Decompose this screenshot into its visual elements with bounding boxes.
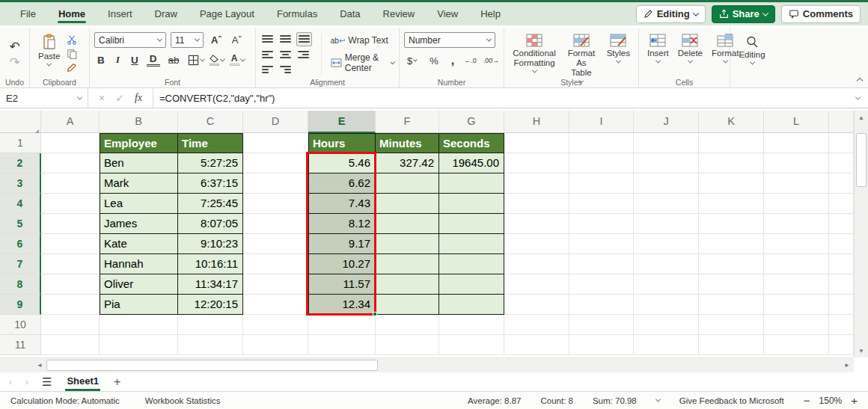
decrease-indent-button[interactable]: [260, 64, 275, 76]
number-format-select[interactable]: Number: [404, 32, 495, 48]
cell-I7[interactable]: [569, 254, 634, 274]
zoom-in-button[interactable]: +: [851, 394, 858, 407]
cell-B1[interactable]: Employee: [100, 133, 178, 153]
cell-C8[interactable]: 11:34:17: [178, 274, 243, 295]
cell-D3[interactable]: [243, 173, 308, 194]
cell-D9[interactable]: [243, 295, 308, 315]
cell-E11[interactable]: [308, 335, 376, 355]
share-button[interactable]: Share: [712, 5, 775, 23]
cell-I10[interactable]: [569, 315, 634, 335]
cell-styles-button[interactable]: Styles: [603, 32, 634, 65]
cell-B5[interactable]: James: [100, 214, 178, 234]
zoom-level[interactable]: 150%: [819, 396, 843, 406]
column-header-E[interactable]: E: [308, 111, 376, 133]
cancel-entry-icon[interactable]: ×: [99, 92, 105, 104]
cell-E1[interactable]: Hours: [308, 133, 376, 153]
undo-button[interactable]: ↶: [9, 40, 19, 53]
strikethrough-button[interactable]: ab: [165, 55, 183, 66]
cell-L7[interactable]: [764, 254, 829, 274]
decrease-decimal-button[interactable]: .00→: [483, 58, 500, 64]
tab-file[interactable]: File: [9, 2, 47, 25]
horizontal-scrollbar[interactable]: ◄ ►: [0, 357, 854, 372]
cell-G7[interactable]: [439, 254, 504, 274]
editing-mode-button[interactable]: Editing: [636, 5, 706, 23]
align-left-button[interactable]: [260, 49, 275, 61]
cell-J7[interactable]: [634, 254, 699, 274]
cell-H6[interactable]: [504, 234, 569, 254]
cell-E8[interactable]: 11.57: [308, 274, 376, 295]
name-box[interactable]: E2: [0, 88, 88, 108]
cell-E6[interactable]: 9.17: [308, 234, 376, 254]
insert-cells-button[interactable]: Insert: [644, 32, 673, 65]
cell-A10[interactable]: [41, 315, 100, 335]
column-header-H[interactable]: H: [504, 111, 569, 133]
bold-button[interactable]: B: [94, 55, 108, 66]
italic-button[interactable]: I: [113, 54, 123, 66]
tab-insert[interactable]: Insert: [97, 2, 144, 25]
select-all-corner[interactable]: ◢: [0, 111, 41, 133]
cell-L3[interactable]: [764, 173, 829, 194]
cell-L2[interactable]: [764, 153, 829, 173]
row-header-2[interactable]: 2: [0, 153, 41, 173]
cell-G3[interactable]: [439, 173, 504, 194]
align-middle-button[interactable]: [278, 33, 293, 46]
cell-I1[interactable]: [569, 133, 634, 153]
cell-E2[interactable]: 5.46: [308, 153, 376, 173]
cell-K5[interactable]: [699, 214, 764, 234]
align-center-button[interactable]: [278, 49, 293, 61]
copy-button[interactable]: [67, 49, 77, 59]
cell-G6[interactable]: [439, 234, 504, 254]
cell-I3[interactable]: [569, 173, 634, 194]
cell-A1[interactable]: [41, 133, 100, 153]
cell-L11[interactable]: [764, 335, 829, 355]
cell-L9[interactable]: [764, 295, 829, 315]
column-header-L[interactable]: L: [764, 111, 829, 133]
cell-H10[interactable]: [504, 315, 569, 335]
cell-B8[interactable]: Oliver: [100, 274, 178, 295]
column-header-D[interactable]: D: [243, 111, 308, 133]
expand-formula-bar-icon[interactable]: [855, 94, 860, 99]
cell-A11[interactable]: [41, 335, 100, 355]
cell-A3[interactable]: [41, 173, 100, 194]
cell-J1[interactable]: [634, 133, 699, 153]
row-header-9[interactable]: 9: [0, 295, 41, 315]
row-header-5[interactable]: 5: [0, 214, 41, 234]
vertical-scrollbar[interactable]: ▲ ▼: [854, 111, 868, 357]
align-top-button[interactable]: [260, 33, 275, 46]
cell-E4[interactable]: 7.43: [308, 194, 376, 214]
cell-B6[interactable]: Kate: [100, 234, 178, 254]
row-header-6[interactable]: 6: [0, 234, 41, 254]
confirm-entry-icon[interactable]: ✓: [115, 92, 124, 104]
cell-K10[interactable]: [699, 315, 764, 335]
currency-format-button[interactable]: $: [404, 55, 420, 67]
row-header-1[interactable]: 1: [0, 133, 41, 153]
scroll-down-icon[interactable]: ▼: [855, 344, 868, 357]
calculation-mode[interactable]: Calculation Mode: Automatic: [10, 396, 120, 405]
cell-K2[interactable]: [699, 153, 764, 173]
tab-formulas[interactable]: Formulas: [266, 2, 328, 25]
cut-button[interactable]: [67, 34, 77, 45]
cell-K1[interactable]: [699, 133, 764, 153]
row-header-8[interactable]: 8: [0, 274, 41, 295]
cell-D11[interactable]: [243, 335, 308, 355]
cell-A2[interactable]: [41, 153, 100, 173]
redo-button[interactable]: ↷: [9, 56, 19, 69]
scroll-left-icon[interactable]: ◄: [34, 360, 45, 371]
borders-button[interactable]: [188, 55, 204, 66]
increase-indent-button[interactable]: [278, 64, 293, 76]
cell-F10[interactable]: [376, 315, 439, 335]
cell-I4[interactable]: [569, 194, 634, 214]
cell-L4[interactable]: [764, 194, 829, 214]
scroll-right-icon[interactable]: ►: [842, 360, 852, 371]
cell-F5[interactable]: [376, 214, 439, 234]
cell-G4[interactable]: [439, 194, 504, 214]
cell-G11[interactable]: [439, 335, 504, 355]
cell-H2[interactable]: [504, 153, 569, 173]
cell-G2[interactable]: 19645.00: [439, 153, 504, 173]
comments-button[interactable]: Comments: [781, 5, 861, 23]
cell-K9[interactable]: [699, 295, 764, 315]
cell-G9[interactable]: [439, 295, 504, 315]
cell-I8[interactable]: [569, 274, 634, 295]
align-bottom-button[interactable]: [296, 32, 312, 46]
cell-B11[interactable]: [100, 335, 178, 355]
